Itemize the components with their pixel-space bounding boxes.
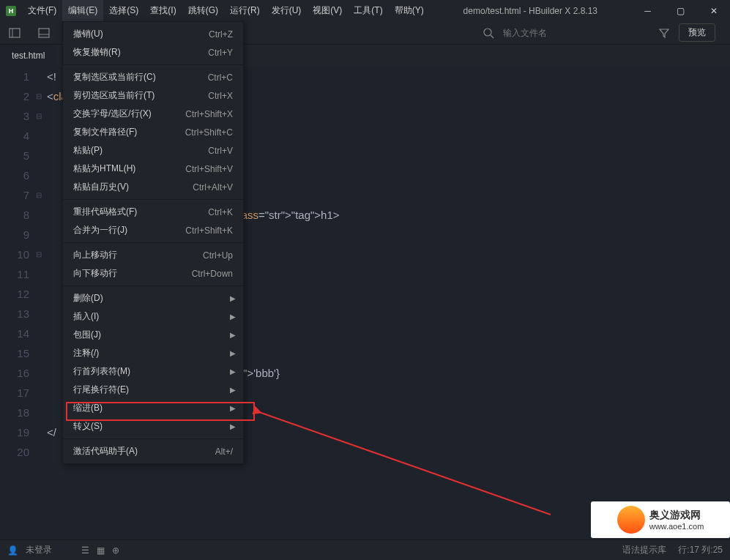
menubar: 文件(F)编辑(E)选择(S)查找(I)跳转(G)运行(R)发行(U)视图(V)… <box>22 0 430 21</box>
menu-item[interactable]: 粘贴(P)Ctrl+V <box>63 141 243 160</box>
menu-item[interactable]: 行尾换行符(E)▶ <box>63 381 243 399</box>
menu-item[interactable]: 包围(J)▶ <box>63 326 243 344</box>
menu-3[interactable]: 查找(I) <box>144 0 182 21</box>
line-numbers: 1234567891011121314151617181920 <box>0 67 34 540</box>
menu-item[interactable]: 插入(I)▶ <box>63 307 243 326</box>
menu-item[interactable]: 激活代码助手(A)Alt+/ <box>63 442 243 460</box>
menu-1[interactable]: 编辑(E) <box>62 0 103 21</box>
menu-item[interactable]: 撤销(U)Ctrl+Z <box>63 25 243 43</box>
window-title: demo/test.html - HBuilder X 2.8.13 <box>430 6 631 16</box>
menu-item[interactable]: 向下移动行Ctrl+Down <box>63 264 243 283</box>
menu-item[interactable]: 重排代码格式(F)Ctrl+K <box>63 203 243 221</box>
image-icon[interactable]: ▦ <box>97 545 105 556</box>
sidebar-toggle-icon[interactable] <box>0 21 29 45</box>
globe-icon[interactable]: ⊕ <box>112 545 119 556</box>
menu-item[interactable]: 交换字母/选区/行(X)Ctrl+Shift+X <box>63 105 243 123</box>
search-icon[interactable] <box>474 21 503 45</box>
menu-9[interactable]: 帮助(Y) <box>389 0 430 21</box>
menu-7[interactable]: 视图(V) <box>307 0 348 21</box>
svg-rect-0 <box>10 29 20 37</box>
menu-item[interactable]: 行首列表符(M)▶ <box>63 362 243 381</box>
menu-item[interactable]: 剪切选区或当前行(T)Ctrl+X <box>63 86 243 105</box>
titlebar: H 文件(F)编辑(E)选择(S)查找(I)跳转(G)运行(R)发行(U)视图(… <box>0 0 730 21</box>
login-status[interactable]: 未登录 <box>26 544 52 556</box>
menu-0[interactable]: 文件(F) <box>22 0 62 21</box>
filter-icon[interactable] <box>649 21 679 45</box>
minimize-button[interactable]: ─ <box>631 0 664 21</box>
app-logo-icon: H <box>0 6 22 16</box>
menu-4[interactable]: 跳转(G) <box>182 0 224 21</box>
statusbar: 👤 未登录 ☰ ▦ ⊕ 语法提示库 行:17 列:25 <box>0 540 730 560</box>
menu-item[interactable]: 粘贴为HTML(H)Ctrl+Shift+V <box>63 160 243 178</box>
window-controls: ─ ▢ ✕ <box>631 0 730 21</box>
maximize-button[interactable]: ▢ <box>664 0 697 21</box>
svg-point-4 <box>484 29 491 36</box>
watermark-brand: 奥义游戏网 <box>649 509 704 522</box>
menu-item[interactable]: 转义(S)▶ <box>63 417 243 436</box>
watermark: B jing 奥义游戏网 www.aoe1.com <box>584 465 730 538</box>
menu-item[interactable]: 向上移动行Ctrl+Up <box>63 246 243 264</box>
menu-item[interactable]: 注释(/)▶ <box>63 344 243 362</box>
search-input[interactable] <box>503 28 649 38</box>
cursor-position: 行:17 列:25 <box>678 544 723 556</box>
syntax-hint-label[interactable]: 语法提示库 <box>622 544 666 556</box>
user-icon[interactable]: 👤 <box>7 545 18 556</box>
edit-menu-dropdown: 撤销(U)Ctrl+Z恢复撤销(R)Ctrl+Y复制选区或当前行(C)Ctrl+… <box>62 21 244 464</box>
menu-item[interactable]: 合并为一行(J)Ctrl+Shift+K <box>63 221 243 239</box>
menu-item[interactable]: 复制文件路径(F)Ctrl+Shift+C <box>63 123 243 141</box>
menu-6[interactable]: 发行(U) <box>266 0 308 21</box>
terminal-toggle-icon[interactable] <box>29 21 59 45</box>
flame-icon <box>617 506 645 534</box>
menu-item[interactable]: 缩进(B)▶ <box>63 399 243 417</box>
menu-5[interactable]: 运行(R) <box>224 0 266 21</box>
svg-rect-2 <box>39 29 49 37</box>
menu-item[interactable]: 恢复撤销(R)Ctrl+Y <box>63 43 243 61</box>
watermark-url: www.aoe1.com <box>649 522 704 531</box>
menu-8[interactable]: 工具(T) <box>348 0 388 21</box>
menu-item[interactable]: 复制选区或当前行(C)Ctrl+C <box>63 68 243 86</box>
list-icon[interactable]: ☰ <box>81 545 89 556</box>
tab-file[interactable]: test.html <box>0 45 56 67</box>
menu-item[interactable]: 删除(D)▶ <box>63 289 243 307</box>
svg-line-5 <box>491 35 494 38</box>
fold-column: ⊟⊟⊟⊟ <box>34 67 44 540</box>
menu-item[interactable]: 粘贴自历史(V)Ctrl+Alt+V <box>63 178 243 196</box>
menu-2[interactable]: 选择(S) <box>103 0 144 21</box>
close-button[interactable]: ✕ <box>697 0 730 21</box>
preview-button[interactable]: 预览 <box>679 23 715 42</box>
